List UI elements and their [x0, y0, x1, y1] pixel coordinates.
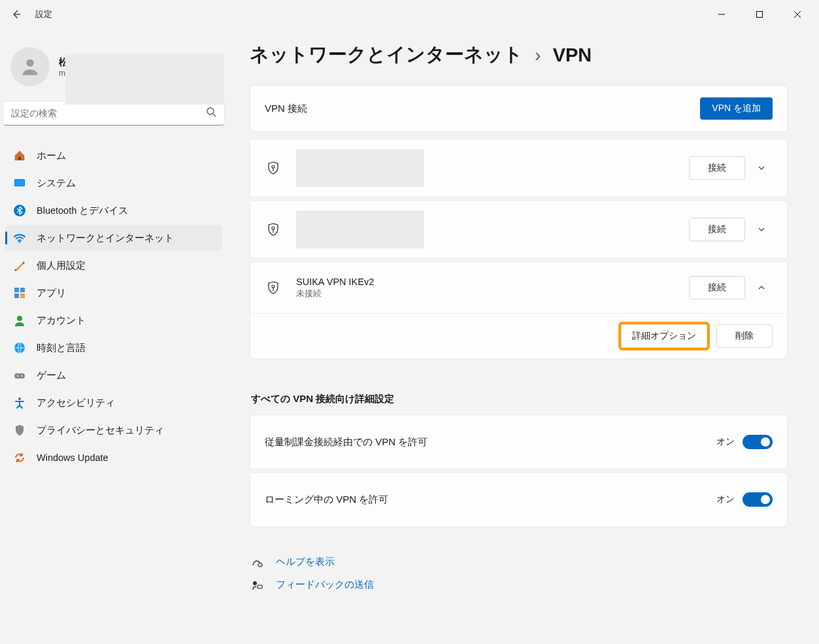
- breadcrumb: ネットワークとインターネット › VPN: [250, 42, 788, 68]
- breadcrumb-separator: ›: [535, 44, 541, 66]
- titlebar: 設定: [0, 0, 819, 29]
- wifi-icon: [12, 230, 27, 246]
- help-link-text: ヘルプを表示: [276, 556, 335, 568]
- svg-point-19: [272, 165, 275, 168]
- setting-metered-card: 従量制課金接続経由での VPN を許可 オン: [250, 415, 788, 469]
- redaction-block: [296, 149, 424, 187]
- svg-point-20: [272, 227, 275, 229]
- vpn-expanded-actions: 詳細オプション 削除: [250, 313, 787, 358]
- sidebar-item-label: ネットワークとインターネット: [37, 232, 174, 245]
- add-vpn-button[interactable]: VPN を追加: [700, 97, 773, 120]
- shield-key-icon: [265, 279, 282, 296]
- svg-rect-0: [757, 12, 763, 18]
- footer-links: ? ヘルプを表示 フィードバックの送信: [250, 551, 788, 596]
- advanced-options-button[interactable]: 詳細オプション: [621, 324, 707, 348]
- sidebar-item-time[interactable]: 時刻と言語: [5, 335, 222, 361]
- help-link[interactable]: ? ヘルプを表示: [250, 551, 788, 573]
- maximize-button[interactable]: [741, 0, 778, 29]
- sidebar-item-network[interactable]: ネットワークとインターネット: [5, 225, 222, 251]
- close-button[interactable]: [778, 0, 816, 29]
- vpn-item: 接続: [250, 139, 788, 197]
- delete-button[interactable]: 削除: [716, 324, 773, 348]
- svg-point-7: [19, 241, 21, 243]
- advanced-settings-heading: すべての VPN 接続向け詳細設定: [251, 393, 788, 405]
- connect-button[interactable]: 接続: [689, 276, 745, 299]
- bluetooth-icon: [12, 203, 27, 218]
- main-content: ネットワークとインターネット › VPN VPN 接続 VPN を追加 接続: [227, 29, 819, 644]
- minimize-button[interactable]: [703, 0, 741, 29]
- help-icon: ?: [250, 556, 264, 568]
- apps-icon: [12, 285, 27, 301]
- sidebar: 松 m ホーム システム Bluetooth とデバイス: [0, 29, 227, 644]
- sidebar-item-privacy[interactable]: プライバシーとセキュリティ: [5, 417, 222, 443]
- svg-point-1: [26, 59, 33, 67]
- user-block[interactable]: 松 m: [3, 37, 225, 101]
- maximize-icon: [756, 10, 763, 18]
- redaction-block: [65, 54, 224, 105]
- person-icon: [19, 56, 41, 78]
- toggle-switch[interactable]: [743, 492, 773, 507]
- back-arrow-icon: [11, 9, 22, 20]
- breadcrumb-parent[interactable]: ネットワークとインターネット: [250, 42, 523, 68]
- nav: ホーム システム Bluetooth とデバイス ネットワークとインターネット …: [3, 139, 225, 475]
- svg-point-21: [272, 285, 275, 288]
- vpn-name: SUIKA VPN IKEv2: [296, 277, 689, 287]
- sidebar-item-accessibility[interactable]: アクセシビリティ: [5, 390, 222, 416]
- back-button[interactable]: [9, 7, 24, 22]
- expand-toggle[interactable]: [750, 163, 773, 173]
- connect-button[interactable]: 接続: [689, 218, 745, 241]
- toggle-state-text: オン: [716, 494, 735, 505]
- sidebar-item-label: ホーム: [37, 150, 66, 162]
- svg-rect-12: [20, 294, 25, 298]
- sidebar-item-personalization[interactable]: 個人用設定: [5, 252, 222, 279]
- svg-point-17: [21, 375, 22, 377]
- sidebar-item-label: 時刻と言語: [37, 342, 86, 354]
- sidebar-item-apps[interactable]: アプリ: [5, 280, 222, 306]
- feedback-link[interactable]: フィードバックの送信: [250, 573, 788, 596]
- setting-label: 従量制課金接続経由での VPN を許可: [265, 436, 716, 449]
- chevron-up-icon: [757, 283, 766, 292]
- home-icon: [12, 148, 27, 163]
- sidebar-item-label: Windows Update: [37, 452, 109, 463]
- sidebar-item-label: Bluetooth とデバイス: [37, 205, 128, 217]
- sidebar-item-system[interactable]: システム: [5, 170, 222, 196]
- svg-point-13: [17, 316, 22, 321]
- close-icon: [794, 10, 801, 18]
- toggle-switch[interactable]: [743, 435, 773, 449]
- sidebar-item-gaming[interactable]: ゲーム: [5, 362, 222, 388]
- svg-rect-25: [258, 585, 262, 588]
- search-icon: [206, 107, 216, 120]
- svg-rect-3: [18, 157, 21, 160]
- sidebar-item-accounts[interactable]: アカウント: [5, 307, 222, 333]
- paint-icon: [12, 258, 27, 273]
- svg-rect-10: [20, 288, 25, 292]
- shield-key-icon: [265, 160, 282, 177]
- shield-key-icon: [265, 221, 282, 238]
- feedback-icon: [250, 579, 264, 591]
- connect-button[interactable]: 接続: [689, 156, 745, 180]
- account-icon: [12, 313, 27, 328]
- search-box[interactable]: [3, 101, 225, 126]
- breadcrumb-current: VPN: [553, 44, 592, 66]
- app-title: 設定: [35, 8, 52, 20]
- svg-point-2: [207, 108, 214, 114]
- vpn-item: 接続: [250, 200, 788, 259]
- feedback-link-text: フィードバックの送信: [276, 579, 374, 591]
- svg-rect-5: [15, 180, 24, 186]
- redaction-block: [296, 211, 424, 248]
- accessibility-icon: [12, 395, 27, 411]
- search-input[interactable]: [11, 108, 206, 118]
- sidebar-item-label: システム: [37, 177, 76, 190]
- sidebar-item-bluetooth[interactable]: Bluetooth とデバイス: [5, 197, 222, 224]
- sidebar-item-label: プライバシーとセキュリティ: [37, 424, 164, 437]
- sidebar-item-update[interactable]: Windows Update: [5, 445, 222, 471]
- gamepad-icon: [12, 367, 27, 383]
- vpn-item-expanded: SUIKA VPN IKEv2 未接続 接続 詳細オプション 削除: [250, 262, 788, 359]
- expand-toggle[interactable]: [750, 225, 773, 234]
- sidebar-item-label: アクセシビリティ: [37, 397, 115, 409]
- collapse-toggle[interactable]: [750, 283, 773, 292]
- vpn-header-card: VPN 接続 VPN を追加: [250, 85, 788, 132]
- update-icon: [12, 450, 27, 466]
- chevron-down-icon: [757, 163, 766, 173]
- sidebar-item-home[interactable]: ホーム: [5, 143, 222, 169]
